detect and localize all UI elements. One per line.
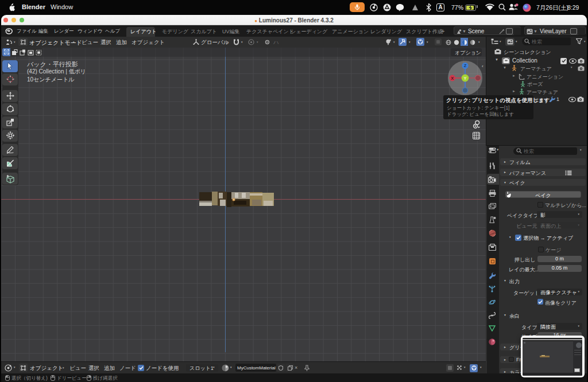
svg-text:Z: Z: [464, 63, 467, 68]
svg-text:Y: Y: [463, 76, 466, 81]
svg-text:X: X: [451, 75, 454, 80]
